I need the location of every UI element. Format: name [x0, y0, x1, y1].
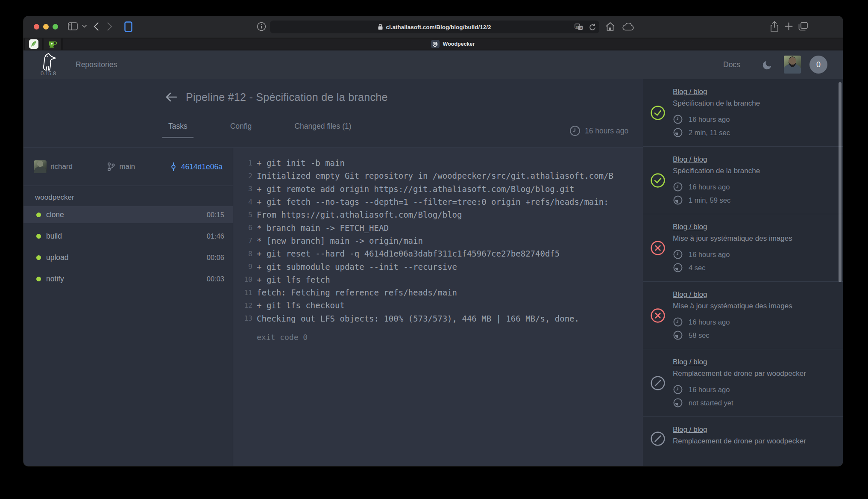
notification-badge[interactable]: 0: [809, 56, 827, 74]
log-output[interactable]: 1+ git init -b main 2Initialized empty G…: [233, 148, 643, 466]
step-build[interactable]: build 01:46: [23, 227, 233, 245]
woodpecker-logo-icon[interactable]: [40, 53, 58, 71]
build-entry[interactable]: Blog / blog Remplacement de drone par wo…: [643, 417, 843, 461]
forward-button[interactable]: [107, 22, 112, 31]
log-line: 10+ git lfs fetch: [233, 273, 643, 286]
clock-icon: [673, 182, 683, 192]
builds-sidebar: Blog / blog Spécification de la branche …: [643, 79, 843, 466]
not-started-icon: [648, 375, 668, 391]
pinned-tab-gitea[interactable]: [44, 38, 61, 50]
build-when: 16 hours ago: [673, 114, 832, 124]
commit-icon: [170, 162, 177, 171]
info-icon[interactable]: [257, 22, 266, 31]
nav-repositories-link[interactable]: Repositories: [76, 60, 117, 69]
minimize-window-button[interactable]: [43, 24, 49, 30]
step-clone[interactable]: clone 00:15: [23, 206, 233, 223]
duration-icon: [673, 330, 683, 340]
clock-icon: [673, 114, 683, 124]
build-entry[interactable]: Blog / blog Spécification de la branche …: [643, 147, 843, 214]
branch-group: main: [107, 162, 135, 171]
sidebar-toggle-icon[interactable]: [68, 22, 78, 30]
duration-icon: [673, 263, 683, 273]
step-upload[interactable]: upload 00:06: [23, 249, 233, 266]
new-tab-icon[interactable]: [785, 22, 793, 30]
user-avatar[interactable]: [784, 56, 801, 74]
commit-strip: richard main 4614d1e06a: [23, 148, 233, 186]
translate-icon[interactable]: aA: [575, 24, 583, 30]
clock-icon: [673, 317, 683, 327]
commit-message: Remplacement de drone par woodpecker: [673, 437, 832, 446]
log-line: 3+ git remote add origin https://git.ath…: [233, 183, 643, 195]
back-arrow-icon[interactable]: [164, 90, 178, 104]
dark-mode-moon-icon[interactable]: [762, 59, 773, 70]
failure-icon: [648, 308, 668, 323]
feather-favicon-icon: [29, 39, 38, 49]
repo-link[interactable]: Blog / blog: [673, 358, 832, 366]
duration-icon: [673, 398, 683, 408]
not-started-icon: [648, 431, 668, 446]
maximize-window-button[interactable]: [53, 24, 58, 30]
repo-link[interactable]: Blog / blog: [673, 88, 832, 96]
build-duration: not started yet: [673, 398, 832, 408]
build-when: 16 hours ago: [673, 384, 832, 395]
log-line: 4+ git fetch --no-tags --depth=1 --filte…: [233, 195, 643, 208]
tab-tasks[interactable]: Tasks: [162, 122, 194, 138]
repo-link[interactable]: Blog / blog: [673, 290, 832, 299]
repo-link[interactable]: Blog / blog: [673, 223, 832, 231]
workflow-name: woodpecker: [35, 193, 233, 202]
commit-message: Spécification de la branche: [673, 99, 832, 108]
build-duration: 1 min, 59 sec: [673, 195, 832, 205]
chevron-down-icon[interactable]: [82, 25, 87, 28]
clock-icon: [569, 125, 581, 136]
log-line: 12+ git lfs checkout: [233, 299, 643, 312]
page-icon[interactable]: [124, 21, 132, 32]
pinned-tab-blog[interactable]: [25, 38, 42, 50]
sidebar-scrollbar[interactable]: [839, 82, 842, 282]
browser-window: ci.athaliasoft.com/Blog/blog/build/12/2 …: [23, 16, 843, 466]
exit-code: exit code 0: [257, 333, 643, 342]
pipeline-title: Pipeline #12 - Spécification de la branc…: [186, 91, 388, 103]
woodpecker-favicon-icon: [431, 40, 440, 48]
cloud-icon[interactable]: [622, 23, 634, 31]
pipeline-created: 16 hours ago: [569, 125, 628, 136]
repo-link[interactable]: Blog / blog: [673, 155, 832, 164]
home-icon[interactable]: [605, 22, 615, 31]
branch-icon: [107, 162, 115, 171]
author-name: richard: [50, 162, 73, 171]
active-tab[interactable]: Woodpecker: [63, 38, 843, 50]
commit-hash-link[interactable]: 4614d1e06a: [181, 162, 223, 171]
commit-message: Mise à jour systématique des images: [673, 302, 832, 310]
log-line: 8+ git reset --hard -q 4614d1e06a3dabf31…: [233, 247, 643, 260]
failure-icon: [648, 240, 668, 256]
tab-overview-icon[interactable]: [798, 22, 808, 31]
build-when: 16 hours ago: [673, 317, 832, 327]
build-entry[interactable]: Blog / blog Mise à jour systématique des…: [643, 214, 843, 282]
tab-changed-files[interactable]: Changed files (1): [288, 122, 357, 138]
success-icon: [648, 173, 668, 188]
share-icon[interactable]: [770, 21, 779, 32]
log-line: 5From https://git.athaliasoft.com/Blog/b…: [233, 208, 643, 221]
author-group: richard: [34, 160, 73, 173]
success-icon: [648, 105, 668, 121]
repo-link[interactable]: Blog / blog: [673, 425, 832, 434]
status-dot-icon: [36, 213, 41, 217]
clock-icon: [673, 384, 683, 395]
browser-toolbar: ci.athaliasoft.com/Blog/blog/build/12/2 …: [23, 16, 843, 38]
log-line: 11fetch: Fetching reference refs/heads/m…: [233, 286, 643, 299]
clock-icon: [673, 249, 683, 260]
pipeline-tabs: Tasks Config Changed files (1): [162, 122, 358, 138]
commit-message: Mise à jour systématique des images: [673, 234, 832, 243]
nav-docs-link[interactable]: Docs: [723, 60, 740, 69]
address-bar[interactable]: ci.athaliasoft.com/Blog/blog/build/12/2 …: [270, 21, 599, 33]
log-line: 2Initialized empty Git repository in /wo…: [233, 169, 643, 182]
build-when: 16 hours ago: [673, 182, 832, 192]
back-button[interactable]: [94, 22, 99, 31]
commit-group: 4614d1e06a: [170, 162, 223, 171]
build-entry[interactable]: Blog / blog Spécification de la branche …: [643, 79, 843, 147]
build-entry[interactable]: Blog / blog Remplacement de drone par wo…: [643, 349, 843, 417]
reload-icon[interactable]: [589, 24, 596, 31]
close-window-button[interactable]: [34, 24, 39, 30]
build-entry[interactable]: Blog / blog Mise à jour systématique des…: [643, 282, 843, 349]
tab-config[interactable]: Config: [224, 122, 258, 138]
step-notify[interactable]: notify 00:03: [23, 270, 233, 287]
